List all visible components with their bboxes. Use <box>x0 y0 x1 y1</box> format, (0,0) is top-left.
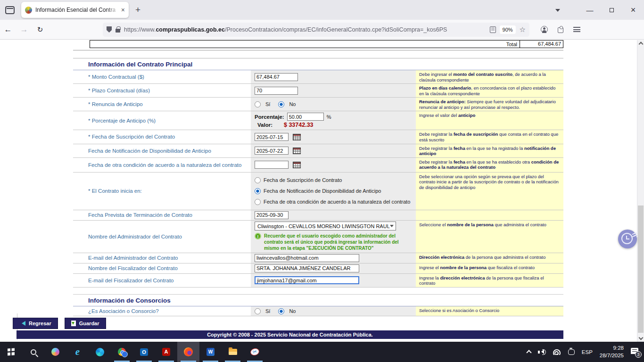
taskbar-outlook-button[interactable]: O <box>133 342 155 362</box>
taskbar-start-button[interactable] <box>0 342 22 362</box>
input-fecha-suscripcion[interactable] <box>255 133 289 141</box>
input-email-administrador[interactable] <box>255 254 359 262</box>
start-icon <box>8 348 15 356</box>
back-button[interactable]: ← <box>0 25 16 34</box>
new-tab-button[interactable]: + <box>135 5 140 15</box>
window-controls: — × <box>579 0 644 20</box>
url-bar[interactable]: https://www.compraspublicas.gob.ec/Proce… <box>103 23 529 37</box>
snipping-icon: ✂ <box>249 347 260 356</box>
language-indicator[interactable]: ESP <box>582 349 593 355</box>
valor-anticipo: $ 33742.33 <box>284 122 314 128</box>
input-fecha-otra[interactable] <box>255 161 289 169</box>
wifi-icon[interactable] <box>553 349 561 355</box>
floating-timer-widget[interactable] <box>618 230 637 248</box>
minimize-button[interactable]: — <box>579 0 601 20</box>
field-label-fecha-terminacion: Fecha Prevista de Terminación de Contrat… <box>73 210 251 220</box>
reload-button[interactable]: ↻ <box>32 25 48 34</box>
input-porcentaje[interactable] <box>287 113 324 121</box>
wing-icon <box>632 232 638 237</box>
select-value: Cliwinsgton - CEVALLOS MORENO LIWINSGTON… <box>257 223 390 229</box>
radio-consorcio-no[interactable] <box>278 308 284 314</box>
form-row-fecha-suscripcion: * Fecha de Suscripción del ContratoDebe … <box>73 130 563 144</box>
form-row-renuncia: * Renuncia de AnticipoSíNoRenuncia de an… <box>73 98 563 111</box>
radio-consorcio-si[interactable] <box>255 308 261 314</box>
menu-icon[interactable] <box>573 27 580 32</box>
input-monto[interactable] <box>255 73 298 81</box>
lock-icon[interactable] <box>116 29 120 33</box>
tab-close-icon[interactable]: × <box>121 6 125 14</box>
calendar-icon[interactable] <box>293 148 301 154</box>
input-email-fiscalizador[interactable] <box>255 276 359 284</box>
connect-device-icon[interactable] <box>568 349 575 355</box>
taskbar-explorer-button[interactable] <box>222 342 244 362</box>
tray-date: 28/7/2025 <box>600 353 624 358</box>
taskbar-snipping-button[interactable]: ✂ <box>244 342 266 362</box>
close-button[interactable]: × <box>622 0 644 20</box>
radio-renuncia-no[interactable] <box>278 101 284 107</box>
zoom-level[interactable]: 90% <box>500 25 516 34</box>
tab-list-chevron-icon[interactable] <box>555 9 560 14</box>
input-fecha-notificacion[interactable] <box>255 147 289 155</box>
scroll-down-icon[interactable] <box>638 336 643 340</box>
form-row-email-administrador: E-mail del Administrador del ContratoDir… <box>73 253 563 263</box>
radio-inicia-1[interactable] <box>255 188 261 194</box>
volume-icon[interactable] <box>538 349 546 355</box>
radio-label-si: Sí <box>265 101 270 107</box>
radio-renuncia-si[interactable] <box>255 101 261 107</box>
extensions-icon[interactable] <box>558 27 563 33</box>
radio-inicia-2[interactable] <box>255 199 261 205</box>
taskbar-chrome-button[interactable] <box>111 342 133 362</box>
taskbar-word-button[interactable]: W <box>199 342 222 362</box>
calendar-icon[interactable] <box>293 162 301 168</box>
scrollbar[interactable] <box>637 40 644 342</box>
browser-nav-bar: ← → ↻ https://www.compraspublicas.gob.ec… <box>0 20 644 40</box>
field-label-anticipo: * Porcentaje de Anticipo (%) <box>73 111 251 130</box>
taskbar-copilot-button[interactable] <box>44 342 66 362</box>
acrobat-icon: A <box>162 348 170 356</box>
totals-table-row: Total 67,484.67 <box>90 40 563 48</box>
firefox-view-icon[interactable] <box>5 6 15 14</box>
taskbar-acrobat-button[interactable]: A <box>155 342 177 362</box>
reader-mode-icon[interactable] <box>490 26 496 33</box>
field-label-administrador: Nombre del Administrador del Contrato <box>73 221 251 253</box>
taskbar-edge-button[interactable] <box>89 342 111 362</box>
form-row-monto: * Monto Contractual ($)Debe ingresar el … <box>73 70 563 84</box>
word-icon: W <box>206 348 215 356</box>
guardar-button[interactable]: Guardar <box>65 318 106 329</box>
input-fecha-terminacion[interactable] <box>255 211 289 219</box>
regresar-label: Regresar <box>29 321 51 326</box>
field-help-administrador: Seleccione el nombre de la persona que a… <box>416 221 563 253</box>
radio-inicia-0[interactable] <box>255 177 261 183</box>
restore-button[interactable] <box>601 0 622 20</box>
scrollbar-thumb[interactable] <box>638 206 644 333</box>
browser-tab[interactable]: Información Esencial del Contra × <box>21 2 129 18</box>
taskbar-search-button[interactable] <box>22 342 44 362</box>
system-tray: ESP 9:28 28/7/2025 3 <box>527 345 644 359</box>
taskbar-ie-button[interactable]: e <box>66 342 89 362</box>
input-fiscalizador[interactable] <box>255 264 359 272</box>
notification-center-icon[interactable]: 3 <box>631 348 640 356</box>
regresar-button[interactable]: Regresar <box>13 318 58 329</box>
windows-taskbar: eOAW✂ ESP 9:28 28/7/2025 3 <box>0 342 644 362</box>
field-label-fecha-suscripcion: * Fecha de Suscripción del Contrato <box>73 130 251 143</box>
field-control-renuncia: SíNo <box>251 98 416 111</box>
scroll-up-icon[interactable] <box>638 42 643 47</box>
guardar-label: Guardar <box>79 321 99 326</box>
radio-option-label: Fecha de Notificación de Disponibilidad … <box>264 188 381 194</box>
forward-button[interactable]: → <box>16 25 32 34</box>
clock-icon <box>621 233 633 244</box>
account-icon[interactable] <box>541 26 548 33</box>
bookmark-star-icon[interactable]: ☆ <box>520 25 526 34</box>
field-label-fecha-notificacion: Fecha de Notificación de Disponibilidad … <box>73 144 251 157</box>
select-administrador[interactable]: Cliwinsgton - CEVALLOS MORENO LIWINSGTON… <box>255 222 396 230</box>
tray-overflow-chevron-icon[interactable] <box>526 350 531 355</box>
tracking-shield-icon[interactable] <box>107 26 112 33</box>
field-help-anticipo: Ingrese el valor del anticipo <box>416 111 563 130</box>
radio-option-label: Fecha de otra condición de acuerdo a la … <box>264 199 410 205</box>
taskbar-firefox-button[interactable] <box>177 342 199 362</box>
section-title-consorcios: Información de Consorcios <box>73 294 563 306</box>
calendar-icon[interactable] <box>293 134 301 140</box>
field-help-renuncia: Renuncia de anticipo: Siempre que fuere … <box>416 98 563 111</box>
taskbar-clock[interactable]: 9:28 28/7/2025 <box>600 345 624 359</box>
input-plazo[interactable] <box>255 87 298 95</box>
